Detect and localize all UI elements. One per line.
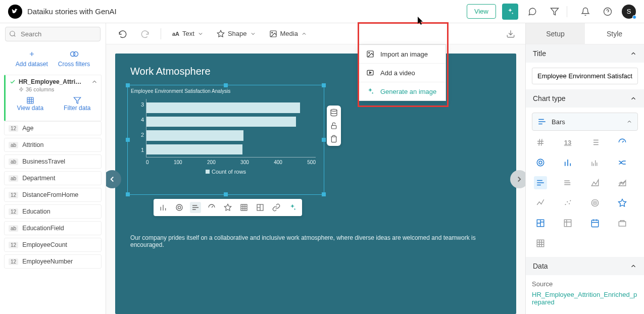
resize-handle[interactable] — [322, 192, 326, 196]
dataset-name: HR_Employee_Attri… — [19, 78, 81, 85]
link-icon[interactable] — [271, 202, 282, 213]
column-item[interactable]: 12EmployeeNumber — [4, 254, 102, 269]
gauge-chart-icon[interactable] — [616, 136, 629, 149]
next-slide-button[interactable] — [510, 170, 525, 188]
source-value[interactable]: HR_Employee_Attrition_Enriched_prepared — [532, 291, 638, 306]
filter-button[interactable] — [547, 4, 563, 20]
resize-handle[interactable] — [322, 83, 326, 87]
gauge-chart-icon[interactable] — [206, 202, 217, 213]
column-item[interactable]: 12Education — [4, 204, 102, 219]
star-chart-icon[interactable] — [616, 196, 629, 210]
chart-selection-box[interactable]: Employee Environment Satisfaction Analys… — [127, 85, 324, 195]
add-dataset-button[interactable]: Add dataset — [16, 49, 48, 68]
chart-type-selector[interactable]: Bars — [532, 113, 638, 131]
resize-handle[interactable] — [224, 83, 228, 87]
resize-handle[interactable] — [126, 138, 130, 142]
section-charttype-head[interactable]: Chart type — [526, 89, 644, 108]
section-title-head[interactable]: Title — [526, 44, 644, 63]
column-item[interactable]: 12EmployeeCount — [4, 238, 102, 252]
delete-icon-button[interactable] — [330, 135, 338, 143]
element-toolbar — [327, 106, 341, 146]
column-item[interactable]: abBusinessTravel — [4, 154, 102, 169]
svg-rect-11 — [331, 125, 336, 129]
ai-sparkle-button[interactable] — [502, 4, 518, 20]
layout-chart-icon[interactable] — [255, 202, 266, 213]
lock-icon-button[interactable] — [330, 122, 338, 130]
app-logo[interactable] — [8, 5, 22, 19]
dataset-header[interactable]: HR_Employee_Attri… — [10, 78, 98, 85]
undo-button[interactable] — [113, 26, 132, 41]
column-item[interactable]: 12DistanceFromHome — [4, 188, 102, 202]
section-charttype-label: Chart type — [533, 94, 566, 102]
column-item[interactable]: abDepartment — [4, 171, 102, 185]
section-data-head[interactable]: Data — [526, 257, 644, 275]
column-item[interactable]: 12Age — [4, 121, 102, 135]
column-list[interactable]: 12Age abAttrition abBusinessTravel abDep… — [0, 121, 106, 314]
shape-tool-button[interactable]: Shape — [212, 27, 261, 41]
resize-handle[interactable] — [126, 83, 130, 87]
view-button[interactable]: View — [467, 4, 496, 19]
hash-chart-icon[interactable] — [534, 136, 547, 149]
column-item[interactable]: abAttrition — [4, 138, 102, 152]
area-chart-icon[interactable] — [588, 176, 602, 189]
resize-handle[interactable] — [126, 192, 130, 196]
redo-button[interactable] — [135, 26, 155, 41]
line-chart-icon[interactable] — [534, 196, 547, 210]
view-data-button[interactable]: View data — [17, 96, 43, 112]
number-chart-icon[interactable]: 13 — [561, 136, 574, 149]
user-avatar[interactable]: S — [622, 5, 636, 19]
ai-sparkle-icon[interactable] — [287, 202, 298, 213]
column-item[interactable]: abEducationField — [4, 221, 102, 235]
vbar-chart-icon[interactable] — [561, 156, 574, 169]
scatter-chart-icon[interactable] — [561, 196, 574, 210]
bar — [146, 144, 242, 155]
hbar-chart-icon[interactable] — [534, 176, 547, 189]
grouped-bar-icon[interactable] — [588, 156, 602, 169]
donut-chart-icon[interactable] — [534, 156, 547, 169]
list-chart-icon[interactable] — [588, 136, 602, 149]
svg-point-16 — [537, 159, 544, 166]
import-image-item[interactable]: Import an image — [359, 45, 445, 64]
pivot-icon[interactable] — [561, 217, 574, 230]
stacked-area-icon[interactable] — [616, 176, 629, 189]
help-button[interactable] — [600, 4, 616, 20]
more-chart-icon[interactable] — [616, 217, 629, 230]
notifications-button[interactable] — [577, 4, 593, 20]
radial-chart-icon[interactable] — [588, 196, 602, 210]
calendar-icon[interactable] — [588, 217, 602, 230]
text-tool-button[interactable]: aA Text — [167, 27, 209, 40]
donut-chart-icon[interactable] — [174, 202, 185, 213]
chart-title-input[interactable] — [532, 68, 638, 84]
comment-button[interactable] — [524, 4, 540, 20]
stacked-hbar-icon[interactable] — [561, 176, 574, 189]
tab-setup[interactable]: Setup — [526, 23, 585, 44]
y-tick: 1 — [137, 147, 144, 153]
funnel-icon — [73, 96, 81, 104]
table-chart-icon[interactable] — [238, 202, 250, 213]
flow-chart-icon[interactable] — [616, 156, 629, 169]
cross-filters-button[interactable]: Cross filters — [58, 49, 90, 68]
dataset-column-count: 36 columns — [10, 86, 98, 92]
add-video-item[interactable]: Add a video — [359, 64, 445, 82]
download-button[interactable] — [503, 26, 518, 41]
plot-area — [146, 99, 316, 158]
search-input[interactable] — [5, 27, 101, 41]
generate-image-item[interactable]: Generate an image — [359, 82, 445, 100]
vbar-chart-icon[interactable] — [158, 202, 169, 213]
media-tool-button[interactable]: Media — [264, 27, 312, 41]
tab-style[interactable]: Style — [585, 23, 644, 44]
chevron-up-icon[interactable] — [91, 78, 98, 85]
y-tick: 3 — [137, 101, 144, 108]
treemap-icon[interactable] — [534, 217, 547, 230]
heatmap-icon[interactable] — [534, 237, 547, 250]
slide-canvas[interactable]: Work Atmosphere Employee Environment Sat… — [115, 54, 516, 314]
media-dropdown: Import an image Add a video Generate an … — [359, 44, 446, 101]
star-chart-icon[interactable] — [222, 202, 233, 213]
resize-handle[interactable] — [224, 192, 228, 196]
filter-data-button[interactable]: Filter data — [64, 96, 90, 112]
svg-point-6 — [271, 32, 272, 33]
download-icon — [506, 29, 515, 38]
resize-handle[interactable] — [322, 138, 326, 142]
data-icon-button[interactable] — [330, 109, 338, 117]
hbar-chart-icon[interactable] — [190, 202, 201, 213]
